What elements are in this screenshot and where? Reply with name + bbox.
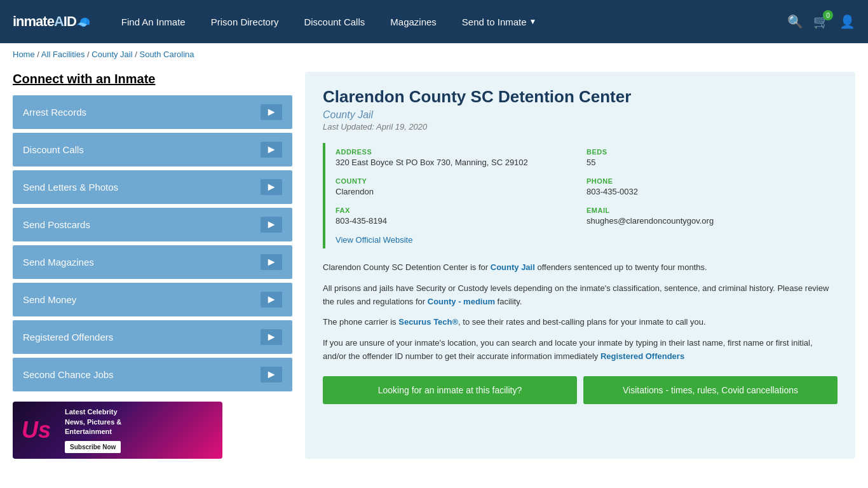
arrow-icon: ►	[261, 367, 282, 383]
securus-link[interactable]: Securus Tech®	[398, 317, 458, 327]
description-area: Clarendon County SC Detention Center is …	[323, 261, 837, 363]
facility-updated: Last Updated: April 19, 2020	[323, 122, 837, 132]
info-county: COUNTY Clarendon	[336, 172, 587, 201]
ad-subscribe-button[interactable]: Subscribe Now	[65, 441, 121, 453]
cart-icon[interactable]: 🛒 0	[813, 14, 829, 29]
logo-hat: 🧢	[76, 16, 90, 29]
desc-para-3: The phone carrier is Securus Tech®, to s…	[323, 316, 837, 329]
desc-para-1: Clarendon County SC Detention Center is …	[323, 261, 837, 274]
nav-magazines[interactable]: Magazines	[377, 11, 449, 32]
official-website-link[interactable]: View Official Website	[336, 235, 412, 245]
header: inmateAID🧢 Find An Inmate Prison Directo…	[0, 0, 868, 43]
user-icon[interactable]: 👤	[839, 14, 855, 29]
sidebar-item-arrest-records[interactable]: Arrest Records ►	[13, 95, 292, 129]
sidebar-item-send-magazines[interactable]: Send Magazines ►	[13, 245, 292, 279]
info-official-website: View Official Website	[336, 231, 837, 248]
visitations-button[interactable]: Visitations - times, rules, Covid cancel…	[583, 376, 837, 404]
sidebar: Connect with an Inmate Arrest Records ► …	[13, 72, 292, 459]
breadcrumb-all-facilities[interactable]: All Facilities	[41, 50, 85, 59]
arrow-icon: ►	[261, 329, 282, 345]
breadcrumb-county-jail[interactable]: County Jail	[92, 50, 132, 59]
breadcrumb: Home / All Facilities / County Jail / So…	[0, 43, 868, 65]
info-fax: FAX 803-435-8194	[336, 201, 587, 231]
desc-para-4: If you are unsure of your inmate's locat…	[323, 337, 837, 363]
desc-para-2: All prisons and jails have Security or C…	[323, 282, 837, 309]
arrow-icon: ►	[261, 292, 282, 308]
facility-title: Clarendon County SC Detention Center	[323, 87, 837, 107]
nav-prison-directory[interactable]: Prison Directory	[198, 11, 292, 32]
facility-info-grid: ADDRESS 320 East Boyce St PO Box 730, Ma…	[323, 143, 837, 248]
main-layout: Connect with an Inmate Arrest Records ► …	[0, 65, 868, 465]
info-phone: PHONE 803-435-0032	[587, 172, 837, 201]
info-beds: BEDS 55	[587, 143, 837, 172]
beds-label: BEDS	[587, 148, 837, 156]
ad-content: Latest Celebrity News, Pictures & Entert…	[60, 402, 222, 458]
breadcrumb-south-carolina[interactable]: South Carolina	[139, 50, 194, 59]
address-value: 320 East Boyce St PO Box 730, Manning, S…	[336, 158, 587, 167]
county-value: Clarendon	[336, 187, 587, 196]
facility-type: County Jail	[323, 109, 837, 121]
arrow-icon: ►	[261, 254, 282, 270]
arrow-icon: ►	[261, 104, 282, 120]
nav-find-inmate[interactable]: Find An Inmate	[109, 11, 198, 32]
cart-badge: 0	[823, 10, 833, 20]
sidebar-item-discount-calls[interactable]: Discount Calls ►	[13, 133, 292, 166]
registered-offenders-link[interactable]: Registered Offenders	[600, 351, 684, 361]
sidebar-item-send-money[interactable]: Send Money ►	[13, 283, 292, 316]
bottom-buttons: Looking for an inmate at this facility? …	[323, 376, 837, 404]
looking-for-inmate-button[interactable]: Looking for an inmate at this facility?	[323, 376, 577, 404]
county-label: COUNTY	[336, 177, 587, 185]
arrow-icon: ►	[261, 217, 282, 233]
address-label: ADDRESS	[336, 148, 587, 156]
sidebar-item-send-postcards[interactable]: Send Postcards ►	[13, 208, 292, 241]
header-icons: 🔍 🛒 0 👤	[787, 14, 855, 29]
arrow-icon: ►	[261, 142, 282, 158]
phone-label: PHONE	[587, 177, 837, 185]
logo[interactable]: inmateAID🧢	[13, 13, 90, 30]
sidebar-item-second-chance-jobs[interactable]: Second Chance Jobs ►	[13, 358, 292, 391]
email-label: EMAIL	[587, 207, 837, 214]
sidebar-title: Connect with an Inmate	[13, 72, 292, 86]
sidebar-item-send-letters[interactable]: Send Letters & Photos ►	[13, 170, 292, 204]
advertisement[interactable]: Us Latest Celebrity News, Pictures & Ent…	[13, 402, 222, 459]
info-email: EMAIL shughes@clarendoncountygov.org	[587, 201, 837, 231]
info-address: ADDRESS 320 East Boyce St PO Box 730, Ma…	[336, 143, 587, 172]
phone-value: 803-435-0032	[587, 187, 837, 196]
fax-label: FAX	[336, 207, 587, 214]
fax-value: 803-435-8194	[336, 216, 587, 226]
sidebar-menu: Arrest Records ► Discount Calls ► Send L…	[13, 95, 292, 391]
county-jail-link[interactable]: County Jail	[491, 262, 535, 272]
breadcrumb-home[interactable]: Home	[13, 50, 35, 59]
ad-logo: Us	[13, 412, 60, 448]
content-area: Clarendon County SC Detention Center Cou…	[305, 72, 855, 459]
main-nav: Find An Inmate Prison Directory Discount…	[109, 11, 787, 32]
beds-value: 55	[587, 158, 837, 167]
sidebar-item-registered-offenders[interactable]: Registered Offenders ►	[13, 320, 292, 354]
logo-text: inmateAID🧢	[13, 13, 90, 30]
search-icon[interactable]: 🔍	[787, 14, 803, 29]
county-medium-link[interactable]: County - medium	[428, 297, 495, 306]
ad-text: Latest Celebrity News, Pictures & Entert…	[65, 407, 217, 437]
arrow-icon: ►	[261, 179, 282, 195]
chevron-down-icon: ▼	[529, 17, 537, 26]
email-value: shughes@clarendoncountygov.org	[587, 216, 837, 226]
nav-send-to-inmate[interactable]: Send to Inmate ▼	[449, 11, 550, 32]
nav-discount-calls[interactable]: Discount Calls	[291, 11, 377, 32]
